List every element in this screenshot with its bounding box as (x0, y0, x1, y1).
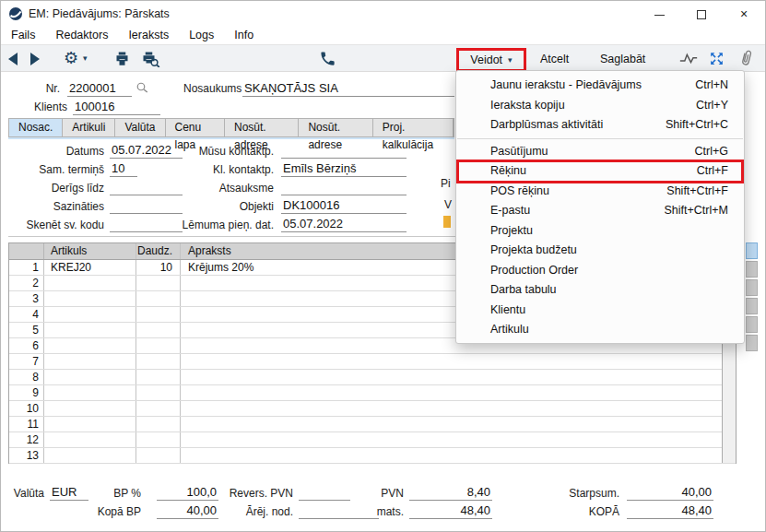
print-icon[interactable] (113, 51, 131, 67)
field-input-m-su-kontaktp[interactable] (281, 143, 407, 159)
table-cell (181, 370, 736, 384)
valuta-input[interactable]: EUR (50, 485, 88, 501)
expand-icon[interactable] (709, 51, 725, 66)
table-cell (136, 401, 181, 416)
tab-nos-t-adrese[interactable]: Nosūt. adrese (299, 119, 372, 136)
hidden-label-fragment-v: V (444, 198, 452, 211)
starpsum-input[interactable]: 40,00 (627, 485, 713, 501)
arej-nod-input[interactable] (299, 503, 379, 519)
table-row-10[interactable]: 10 (9, 401, 736, 417)
table-row-8[interactable]: 8 (9, 370, 736, 385)
menu-item-pas-t-jumu[interactable]: PasūtījumuCtrl+G (456, 142, 744, 162)
name-input[interactable]: SKAŅOTĀJS SIA (242, 80, 454, 97)
menu-item-projekta-bud-etu[interactable]: Projekta budžetu (456, 241, 744, 261)
table-cell: 3 (9, 291, 44, 306)
menu-item-shortcut: Ctrl+N (695, 76, 728, 96)
menu-item-klientu[interactable]: Klientu (456, 301, 744, 321)
col-daudz-header: Daudz. (136, 243, 181, 259)
field-input-atsauksme[interactable] (281, 180, 407, 195)
menu-item-e-pastu[interactable]: E-pastuShift+Ctrl+M (456, 201, 744, 221)
activity-wave-icon[interactable] (679, 52, 698, 65)
gear-icon[interactable]: ⚙ (64, 47, 78, 69)
client-input[interactable]: 100016 (73, 99, 160, 115)
close-icon[interactable]: × (723, 1, 765, 27)
kopa-bp-input[interactable]: 40,00 (157, 503, 218, 519)
menu-item-darba-tabulu[interactable]: Darba tabulu (456, 280, 744, 301)
table-cell (44, 276, 136, 290)
field-input-kl-kontaktp[interactable]: Emīls Bērziņš (281, 161, 407, 177)
matrix-flip-tab-5[interactable] (746, 316, 758, 333)
tab-artikuli[interactable]: Artikuli (63, 119, 115, 136)
lookup-magnifier-icon[interactable] (136, 81, 149, 95)
back-icon[interactable] (8, 53, 18, 65)
tab-proj-kalkul-cija[interactable]: Proj. kalkulācija (373, 119, 454, 136)
cancel-button[interactable]: Atcelt (540, 50, 569, 68)
menu-item-artikulu[interactable]: Artikulu (456, 320, 744, 340)
menu-item-pos-r-inu[interactable]: POS rēķinuShift+Ctrl+F (456, 182, 744, 202)
gear-caret-icon[interactable]: ▾ (83, 53, 88, 63)
menubar-item-redaktors[interactable]: Redaktors (45, 27, 118, 44)
table-row-13[interactable]: 13 (9, 448, 736, 464)
bp-pct-input[interactable]: 100,0 (157, 485, 218, 501)
menubar-item-info[interactable]: Info (224, 27, 264, 44)
menu-item-shortcut: Shift+Ctrl+M (665, 201, 728, 221)
matrix-flip-tab-2[interactable] (746, 261, 758, 278)
menubar-item-logs[interactable]: Logs (179, 27, 224, 44)
menubar-item-fails[interactable]: Fails (1, 27, 45, 44)
pvn-label: PVN (360, 486, 404, 501)
menu-item-label: E-pastu (490, 201, 530, 221)
paperclip-icon[interactable] (738, 50, 753, 67)
nr-input[interactable]: 2200001 (67, 80, 132, 97)
minimize-icon[interactable] (638, 1, 680, 27)
menu-item-ieraksta-kopiju[interactable]: Ieraksta kopijuCtrl+Y (456, 96, 744, 116)
mats-label: mats. (370, 504, 404, 519)
col-rownum-header (9, 243, 44, 259)
matrix-flip-tab-1[interactable] (746, 242, 758, 259)
toolbar: ⚙ ▾ Veidot ▾ Atcelt Saglabāt (1, 44, 765, 72)
menu-item-label: Projekta budžetu (490, 241, 577, 261)
table-cell: 5 (9, 323, 44, 337)
pvn-input[interactable]: 8,40 (409, 485, 492, 501)
matrix-flip-tab-4[interactable] (746, 298, 758, 314)
table-row-9[interactable]: 9 (9, 385, 736, 401)
client-row: Klients 100016 (1, 99, 277, 115)
menu-item-jaunu-ierakstu-pied-v-jums[interactable]: Jaunu ierakstu - PiedāvājumsCtrl+N (456, 76, 744, 96)
tab-cenu-lapa[interactable]: Cenu lapa (166, 119, 225, 136)
matrix-flip-tab-3[interactable] (746, 279, 758, 296)
kopa-input[interactable]: 48,40 (627, 503, 713, 519)
maximize-icon[interactable] (680, 1, 723, 27)
table-row-12[interactable]: 12 (9, 432, 736, 448)
table-cell (181, 354, 736, 369)
forward-icon[interactable] (30, 53, 40, 65)
matrix-flip-tab-6[interactable] (746, 335, 758, 351)
menu-item-projektu[interactable]: Projektu (456, 221, 744, 242)
menu-item-darbpl-smas-aktivit-ti[interactable]: Darbplūsmas aktivitātiShift+Ctrl+C (456, 115, 744, 136)
menu-item-r-inu[interactable]: RēķinuCtrl+F (456, 161, 744, 182)
menubar-item-ieraksts[interactable]: Ieraksts (118, 27, 179, 44)
save-button[interactable]: Saglabāt (600, 50, 645, 68)
field-input-objekti[interactable]: DK100016 (281, 198, 407, 214)
table-cell (44, 448, 136, 463)
menu-item-production-order[interactable]: Production Order (456, 261, 744, 281)
create-button[interactable]: Veidot (470, 51, 502, 69)
tab-nosac[interactable]: Nosac. (9, 119, 63, 136)
mats-input[interactable]: 48,40 (409, 503, 492, 519)
field-label: Skenēt sv. kodu (8, 218, 104, 232)
yellow-field-fragment (443, 216, 451, 228)
table-cell: 4 (9, 307, 44, 322)
print-preview-icon[interactable] (140, 51, 160, 67)
field-row-atsauksme: Atsauksme (139, 177, 416, 195)
revers-pvn-input[interactable] (299, 485, 350, 501)
table-cell (136, 370, 181, 384)
phone-icon[interactable] (319, 50, 336, 67)
menu-item-shortcut: Ctrl+G (695, 142, 728, 162)
tab-nos-t-adrese[interactable]: Nosūt. adrese (225, 119, 299, 136)
table-cell (136, 432, 181, 447)
table-row-11[interactable]: 11 (9, 417, 736, 432)
table-row-7[interactable]: 7 (9, 354, 736, 370)
table-cell (44, 323, 136, 337)
field-input-sam-termi[interactable]: 10 (110, 161, 137, 177)
field-input-l-muma-pie-dat[interactable]: 05.07.2022 (281, 217, 407, 232)
table-cell: 13 (9, 448, 44, 463)
tab-val-ta[interactable]: Valūta (115, 119, 165, 136)
